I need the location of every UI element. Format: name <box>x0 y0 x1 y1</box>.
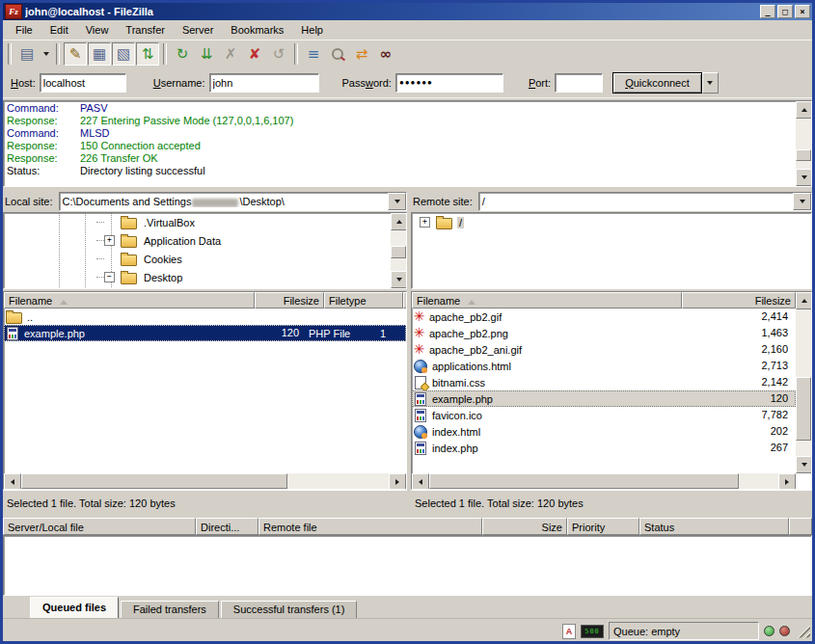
scroll-left-button[interactable] <box>4 473 21 490</box>
scrollbar-track[interactable] <box>21 473 389 489</box>
process-queue-button[interactable]: ⇊ <box>195 42 218 66</box>
scroll-up-button[interactable] <box>391 213 407 230</box>
column-filename[interactable]: Filename <box>4 292 255 309</box>
username-input[interactable] <box>209 73 319 93</box>
chevron-down-icon <box>394 200 400 206</box>
scrollbar-thumb[interactable] <box>429 473 739 489</box>
site-manager-button[interactable]: ▤ <box>15 42 39 66</box>
site-manager-dropdown[interactable] <box>40 42 52 66</box>
file-row[interactable]: ✳apache_pb2.gif2,414 <box>412 309 796 325</box>
menu-edit[interactable]: Edit <box>41 22 77 38</box>
file-row[interactable]: index.php267 <box>412 440 796 456</box>
collapse-icon[interactable]: − <box>104 272 115 282</box>
scrollbar-thumb[interactable] <box>391 246 406 258</box>
reconnect-button[interactable]: ↺ <box>267 42 290 66</box>
tab-successful-transfers[interactable]: Successful transfers (1) <box>221 601 358 618</box>
expand-icon[interactable]: + <box>104 235 115 246</box>
title-bar[interactable]: Fz john@localhost - FileZilla _ □ × <box>3 3 812 20</box>
column-remote-file[interactable]: Remote file <box>258 518 482 535</box>
synchronized-browsing-button[interactable]: ⇄ <box>350 42 373 66</box>
column-direction[interactable]: Directi... <box>196 518 258 535</box>
tree-item[interactable]: .VirtualBox <box>4 213 406 231</box>
minimize-button[interactable]: _ <box>760 5 775 18</box>
scroll-down-button[interactable] <box>391 271 407 288</box>
directory-comparison-button[interactable] <box>326 42 349 66</box>
file-row[interactable]: applications.html2,713 <box>412 358 796 374</box>
scrollbar-track[interactable] <box>391 230 406 271</box>
close-button[interactable]: × <box>795 5 810 18</box>
folder-icon <box>121 255 137 266</box>
file-row[interactable]: .. <box>4 309 406 325</box>
tab-queued-files[interactable]: Queued files <box>30 597 119 618</box>
local-site-combo[interactable]: C:\Documents and Settings\Desktop\ <box>59 192 407 211</box>
column-filesize[interactable]: Filesize <box>682 292 796 309</box>
menu-file[interactable]: File <box>7 22 41 38</box>
find-files-button[interactable]: ∞ <box>374 42 397 66</box>
scroll-up-button[interactable] <box>796 101 812 119</box>
remote-horizontal-scrollbar[interactable] <box>412 473 796 489</box>
refresh-button[interactable]: ↻ <box>171 42 194 66</box>
column-last-modified[interactable]: L <box>403 292 407 309</box>
toggle-message-log-button[interactable]: ✎ <box>64 42 87 66</box>
column-filetype[interactable]: Filetype <box>324 292 403 309</box>
column-server-local-file[interactable]: Server/Local file <box>3 518 196 535</box>
menu-transfer[interactable]: Transfer <box>117 22 174 38</box>
scrollbar-track[interactable] <box>796 309 811 456</box>
scroll-right-button[interactable] <box>389 473 406 490</box>
tab-failed-transfers[interactable]: Failed transfers <box>121 601 219 618</box>
file-row[interactable]: ✳apache_pb2.png1,463 <box>412 325 796 341</box>
tree-item[interactable]: +Application Data <box>4 231 406 250</box>
menu-view[interactable]: View <box>77 22 118 38</box>
scroll-right-button[interactable] <box>778 473 796 490</box>
file-row[interactable]: ✳apache_pb2_ani.gif2,160 <box>412 341 796 358</box>
host-input[interactable] <box>40 73 126 93</box>
maximize-button[interactable]: □ <box>777 5 793 18</box>
menu-server[interactable]: Server <box>174 22 222 38</box>
scroll-down-button[interactable] <box>796 169 812 186</box>
scrollbar-thumb[interactable] <box>796 377 811 441</box>
filter-button[interactable]: ≡ <box>302 42 325 66</box>
column-size[interactable]: Size <box>482 518 567 535</box>
file-row[interactable]: bitnami.css2,142 <box>412 374 796 390</box>
menu-bookmarks[interactable]: Bookmarks <box>222 22 292 38</box>
scrollbar-thumb[interactable] <box>796 149 811 160</box>
toggle-queue-button[interactable]: ⇅ <box>136 42 159 66</box>
remote-site-dropdown[interactable] <box>793 193 811 210</box>
file-row[interactable]: favicon.ico7,782 <box>412 407 796 423</box>
scrollbar-track[interactable] <box>796 119 811 169</box>
toggle-remote-tree-button[interactable]: ▧ <box>112 42 135 66</box>
disconnect-button[interactable]: ✘ <box>243 42 266 66</box>
local-site-dropdown[interactable] <box>388 193 406 210</box>
quickconnect-dropdown[interactable] <box>702 72 719 94</box>
toggle-local-tree-button[interactable]: ▦ <box>88 42 111 66</box>
tree-item[interactable]: −Desktop <box>4 268 406 286</box>
file-row-selected[interactable]: example.php 120 PHP File 1 <box>4 325 406 341</box>
file-row[interactable]: index.html202 <box>412 423 796 440</box>
port-input[interactable] <box>555 73 603 93</box>
remote-vertical-scrollbar[interactable] <box>796 292 811 473</box>
column-filesize[interactable]: Filesize <box>255 292 324 309</box>
password-input[interactable] <box>395 73 503 93</box>
scroll-up-button[interactable] <box>796 292 812 309</box>
remote-site-combo[interactable]: / <box>478 192 812 211</box>
local-tree-scrollbar[interactable] <box>391 213 406 288</box>
quickconnect-button[interactable]: Quickconnect <box>612 72 702 94</box>
column-priority[interactable]: Priority <box>567 518 639 535</box>
css-file-icon <box>415 376 426 389</box>
tree-item[interactable]: Cookies <box>4 250 406 268</box>
cancel-operation-button[interactable]: ✗ <box>219 42 242 66</box>
column-status[interactable]: Status <box>639 518 789 535</box>
scrollbar-track[interactable] <box>429 473 778 489</box>
menu-help[interactable]: Help <box>292 22 332 38</box>
file-row-selected[interactable]: example.php120 <box>412 390 796 407</box>
scroll-down-button[interactable] <box>796 456 812 473</box>
queue-splitter[interactable] <box>3 511 812 518</box>
tree-item[interactable]: +/ <box>412 213 811 231</box>
column-filename[interactable]: Filename <box>412 292 682 309</box>
scrollbar-thumb[interactable] <box>21 473 287 489</box>
scroll-left-button[interactable] <box>412 473 429 490</box>
resize-grip-icon[interactable] <box>797 625 810 638</box>
log-scrollbar[interactable] <box>796 101 811 186</box>
local-horizontal-scrollbar[interactable] <box>4 473 406 489</box>
expand-icon[interactable]: + <box>420 217 430 228</box>
